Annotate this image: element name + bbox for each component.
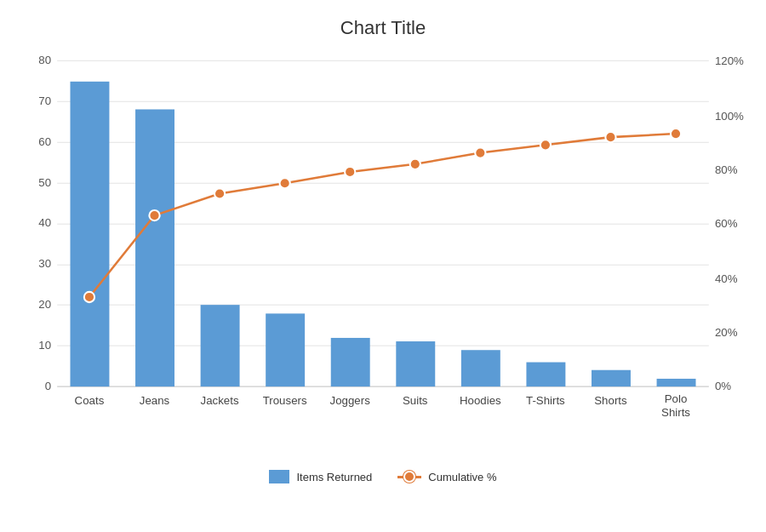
dot-shorts <box>605 132 615 142</box>
dot-coats <box>84 292 94 302</box>
svg-text:100%: 100% <box>715 110 744 123</box>
bar-poloshirts <box>657 379 696 386</box>
bar-hoodies <box>461 350 500 386</box>
svg-text:70: 70 <box>38 94 51 107</box>
legend-line-swatch <box>397 476 421 478</box>
dot-tshirts <box>540 140 551 150</box>
legend-bar-item: Items Returned <box>269 470 372 483</box>
dot-jackets <box>214 188 225 198</box>
legend-bar-label: Items Returned <box>296 471 372 483</box>
svg-text:Shorts: Shorts <box>594 394 627 407</box>
legend-line-item: Cumulative % <box>397 471 496 483</box>
bar-jeans <box>135 109 174 386</box>
legend-line-label: Cumulative % <box>428 471 496 483</box>
legend-bar-swatch <box>269 470 289 483</box>
svg-text:30: 30 <box>38 257 51 270</box>
svg-text:Jackets: Jackets <box>201 394 239 407</box>
chart-svg: 0 10 20 30 40 50 60 70 80 0% 20% 40% 60%… <box>9 48 757 465</box>
svg-text:80%: 80% <box>715 163 738 176</box>
svg-text:20: 20 <box>38 298 51 311</box>
svg-text:50: 50 <box>38 176 51 189</box>
chart-legend: Items Returned Cumulative % <box>9 470 757 483</box>
svg-text:40: 40 <box>38 216 51 229</box>
dot-trousers <box>280 178 290 188</box>
svg-text:60: 60 <box>38 135 51 148</box>
svg-text:Suits: Suits <box>403 394 428 407</box>
cumulative-line <box>89 134 676 297</box>
svg-text:Coats: Coats <box>75 394 105 407</box>
bar-suits <box>396 341 435 386</box>
svg-text:T-Shirts: T-Shirts <box>526 394 565 407</box>
svg-text:Hoodies: Hoodies <box>460 394 501 407</box>
svg-text:Joggers: Joggers <box>330 394 371 407</box>
dot-joggers <box>345 167 355 177</box>
bar-shorts <box>592 370 631 386</box>
dot-hoodies <box>475 147 485 157</box>
svg-text:20%: 20% <box>715 326 738 339</box>
svg-text:0: 0 <box>45 380 51 392</box>
bar-trousers <box>266 313 305 386</box>
svg-text:80: 80 <box>38 54 51 66</box>
chart-container: Chart Title 0 10 20 30 40 <box>0 0 766 532</box>
svg-text:40%: 40% <box>715 272 738 285</box>
svg-text:Jeans: Jeans <box>140 394 170 407</box>
dot-poloshirts <box>671 129 681 139</box>
bar-jackets <box>201 305 240 386</box>
svg-text:10: 10 <box>38 339 51 352</box>
bar-joggers <box>331 338 370 386</box>
svg-text:60%: 60% <box>715 217 738 230</box>
svg-text:0%: 0% <box>715 380 731 392</box>
dot-jeans <box>149 210 159 220</box>
bar-tshirts <box>526 363 565 387</box>
chart-title: Chart Title <box>9 17 757 39</box>
chart-area: 0 10 20 30 40 50 60 70 80 0% 20% 40% 60%… <box>9 48 757 465</box>
dot-suits <box>410 159 420 169</box>
svg-text:Polo: Polo <box>665 392 688 405</box>
svg-text:Shirts: Shirts <box>661 406 690 419</box>
bar-coats <box>71 82 110 386</box>
svg-text:Trousers: Trousers <box>263 394 307 407</box>
svg-text:120%: 120% <box>715 54 744 67</box>
